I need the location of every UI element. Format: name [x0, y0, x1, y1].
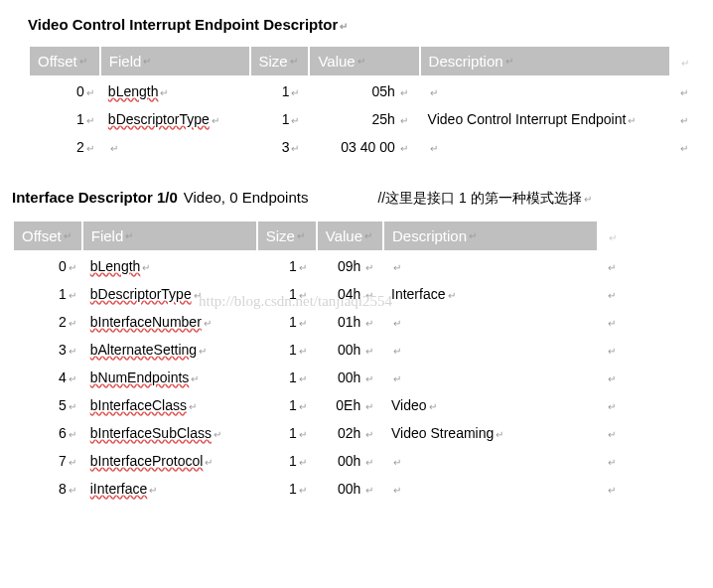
cell-size: 1↵ — [257, 336, 317, 364]
table-row: 5↵bInterfaceClass↵1↵0Eh ↵Video↵↵ — [13, 391, 629, 419]
cell-offset: 0↵ — [13, 251, 82, 280]
cell-size: 1↵ — [257, 447, 317, 475]
cell-description: Video Control Interrupt Endpoint↵ — [420, 105, 670, 133]
section2-title: Interface Descriptor 1/0 Video, 0 Endpoi… — [12, 189, 701, 208]
th-value: Value↵ — [317, 220, 383, 251]
cell-field: bInterfaceNumber↵ — [82, 308, 257, 336]
cell-offset: 7↵ — [13, 447, 82, 475]
cell-value: 00h ↵ — [317, 336, 383, 364]
section1-title: Video Control Interrupt Endpoint Descrip… — [12, 16, 701, 33]
cell-description: Video↵ — [383, 391, 598, 419]
cell-value: 0Eh ↵ — [317, 391, 383, 419]
cell-value: 25h ↵ — [309, 105, 419, 133]
cell-extra: ↵ — [598, 447, 629, 475]
table-row: 1↵bDescriptorType↵1↵04h ↵Interface↵↵ — [13, 280, 629, 308]
cell-field: bLength↵ — [100, 76, 250, 105]
cell-size: 3↵ — [250, 133, 310, 161]
cell-field: bLength↵ — [82, 251, 257, 280]
th-field: Field↵ — [82, 220, 257, 251]
cell-value: 00h ↵ — [317, 475, 383, 503]
cell-description: ↵ — [383, 475, 598, 503]
cell-extra: ↵ — [598, 336, 629, 364]
table-row: 7↵bInterfaceProtocol↵1↵00h ↵↵↵ — [13, 447, 629, 475]
cell-description: ↵ — [420, 133, 670, 161]
cell-offset: 6↵ — [13, 419, 82, 447]
cell-description: ↵ — [383, 308, 598, 336]
th-desc: Description↵ — [383, 220, 598, 251]
cell-field: bInterfaceClass↵ — [82, 391, 257, 419]
th-extra: ↵ — [670, 46, 701, 76]
cell-extra: ↵ — [670, 105, 701, 133]
cell-value: 03 40 00 ↵ — [309, 133, 419, 161]
cell-offset: 1↵ — [29, 105, 100, 133]
cell-offset: 0↵ — [29, 76, 100, 105]
cell-size: 1↵ — [257, 391, 317, 419]
cell-description: Interface↵ — [383, 280, 598, 308]
cell-field: bInterfaceProtocol↵ — [82, 447, 257, 475]
cell-field: bInterfaceSubClass↵ — [82, 419, 257, 447]
cell-value: 09h ↵ — [317, 251, 383, 280]
cell-value: 01h ↵ — [317, 308, 383, 336]
table1-body: 0↵bLength↵1↵05h ↵↵↵1↵bDescriptorType↵1↵2… — [29, 76, 701, 161]
cell-value: 04h ↵ — [317, 280, 383, 308]
cell-offset: 3↵ — [13, 336, 82, 364]
cell-extra: ↵ — [670, 76, 701, 105]
cell-extra: ↵ — [598, 280, 629, 308]
cell-field: bDescriptorType↵ — [82, 280, 257, 308]
cell-description: ↵ — [383, 336, 598, 364]
cell-value: 00h ↵ — [317, 364, 383, 391]
cell-field: bNumEndpoints↵ — [82, 364, 257, 391]
cell-size: 1↵ — [257, 364, 317, 391]
cell-extra: ↵ — [598, 391, 629, 419]
cell-field: bAlternateSetting↵ — [82, 336, 257, 364]
th-extra: ↵ — [598, 220, 629, 251]
cell-offset: 1↵ — [13, 280, 82, 308]
cell-description: ↵ — [383, 364, 598, 391]
table-section1: Offset↵ Field↵ Size↵ Value↵ Description↵… — [28, 45, 701, 161]
th-offset: Offset↵ — [29, 46, 100, 76]
table-row: 3↵bAlternateSetting↵1↵00h ↵↵↵ — [13, 336, 629, 364]
cell-field: ↵ — [100, 133, 250, 161]
table-row: 2↵↵3↵03 40 00 ↵↵↵ — [29, 133, 701, 161]
cell-size: 1↵ — [250, 105, 310, 133]
th-field: Field↵ — [100, 46, 250, 76]
th-size: Size↵ — [257, 220, 317, 251]
cell-size: 1↵ — [257, 419, 317, 447]
cell-extra: ↵ — [598, 364, 629, 391]
table-row: 4↵bNumEndpoints↵1↵00h ↵↵↵ — [13, 364, 629, 391]
cell-offset: 5↵ — [13, 391, 82, 419]
table-row: 1↵bDescriptorType↵1↵25h ↵Video Control I… — [29, 105, 701, 133]
cell-description: Video Streaming↵ — [383, 419, 598, 447]
cell-size: 1↵ — [257, 308, 317, 336]
cell-value: 00h ↵ — [317, 447, 383, 475]
cell-extra: ↵ — [598, 419, 629, 447]
cell-size: 1↵ — [257, 280, 317, 308]
th-value: Value↵ — [309, 46, 419, 76]
th-desc: Description↵ — [420, 46, 670, 76]
cell-description: ↵ — [383, 251, 598, 280]
table2-body: 0↵bLength↵1↵09h ↵↵↵1↵bDescriptorType↵1↵0… — [13, 251, 629, 503]
table-row: 6↵bInterfaceSubClass↵1↵02h ↵Video Stream… — [13, 419, 629, 447]
cell-field: bDescriptorType↵ — [100, 105, 250, 133]
table-row: 8↵iInterface↵1↵00h ↵↵↵ — [13, 475, 629, 503]
cell-description: ↵ — [383, 447, 598, 475]
cell-size: 1↵ — [257, 251, 317, 280]
cell-value: 05h ↵ — [309, 76, 419, 105]
cell-field: iInterface↵ — [82, 475, 257, 503]
cell-offset: 4↵ — [13, 364, 82, 391]
cell-extra: ↵ — [598, 251, 629, 280]
table-row: 2↵bInterfaceNumber↵1↵01h ↵↵↵ — [13, 308, 629, 336]
cell-extra: ↵ — [670, 133, 701, 161]
table-row: 0↵bLength↵1↵09h ↵↵↵ — [13, 251, 629, 280]
cell-size: 1↵ — [257, 475, 317, 503]
cell-value: 02h ↵ — [317, 419, 383, 447]
table-row: 0↵bLength↵1↵05h ↵↵↵ — [29, 76, 701, 105]
cell-offset: 2↵ — [13, 308, 82, 336]
cell-extra: ↵ — [598, 308, 629, 336]
th-offset: Offset↵ — [13, 220, 82, 251]
table-section2: Offset↵ Field↵ Size↵ Value↵ Description↵… — [12, 220, 629, 503]
cell-offset: 2↵ — [29, 133, 100, 161]
cell-size: 1↵ — [250, 76, 310, 105]
cell-offset: 8↵ — [13, 475, 82, 503]
cell-description: ↵ — [420, 76, 670, 105]
